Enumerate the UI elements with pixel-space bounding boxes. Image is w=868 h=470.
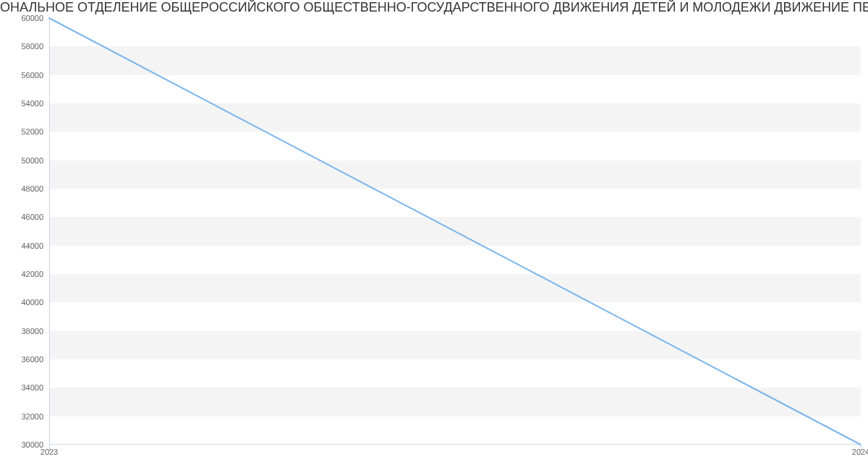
x-tick-label: 2023: [41, 448, 58, 456]
series-path: [49, 18, 861, 445]
y-tick-label: 42000: [0, 270, 43, 278]
y-tick-label: 44000: [0, 242, 43, 249]
y-tick-label: 56000: [0, 71, 43, 79]
y-tick-label: 30000: [0, 441, 43, 449]
y-tick-label: 60000: [0, 14, 43, 22]
y-tick-label: 34000: [0, 384, 43, 392]
y-tick-label: 46000: [0, 213, 43, 221]
line-series: [49, 18, 861, 445]
y-tick-label: 32000: [0, 412, 43, 420]
y-tick-label: 48000: [0, 185, 43, 193]
y-tick-label: 58000: [0, 43, 43, 51]
y-tick-label: 40000: [0, 299, 43, 307]
chart-container: ОНАЛЬНОЕ ОТДЕЛЕНИЕ ОБЩЕРОССИЙСКОГО ОБЩЕС…: [0, 0, 868, 470]
y-tick-label: 54000: [0, 100, 43, 108]
y-tick-label: 52000: [0, 128, 43, 136]
chart-title: ОНАЛЬНОЕ ОТДЕЛЕНИЕ ОБЩЕРОССИЙСКОГО ОБЩЕС…: [0, 0, 868, 18]
y-tick-label: 38000: [0, 327, 43, 335]
y-tick-label: 50000: [0, 156, 43, 164]
x-tick-label: 2024: [852, 448, 868, 456]
y-tick-label: 36000: [0, 356, 43, 364]
